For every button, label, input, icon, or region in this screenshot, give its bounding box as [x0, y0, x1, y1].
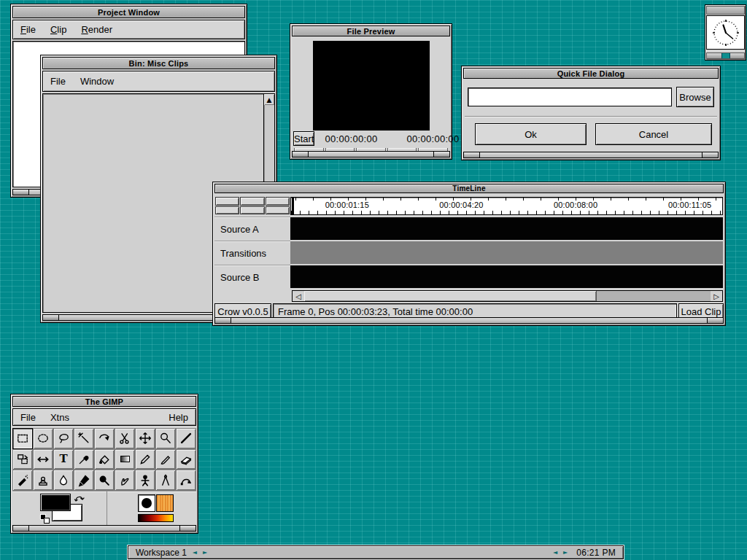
- move-tool[interactable]: [135, 428, 155, 449]
- timeline-button[interactable]: [240, 197, 264, 206]
- magnify-tool[interactable]: [155, 428, 176, 449]
- timeline-button[interactable]: [240, 206, 264, 215]
- timeline-button[interactable]: [266, 197, 290, 206]
- blend-tool[interactable]: [115, 449, 135, 470]
- dock-handle[interactable]: [721, 53, 730, 58]
- clock-titlebar[interactable]: [706, 6, 745, 15]
- timeline-horizontal-scrollbar[interactable]: ◁ ▷: [292, 290, 723, 302]
- clock-dockapp: [705, 4, 746, 61]
- eraser-tool[interactable]: [176, 449, 196, 470]
- flip-tool[interactable]: [33, 449, 53, 470]
- cancel-button[interactable]: Cancel: [595, 123, 712, 145]
- menu-file[interactable]: File: [43, 76, 73, 87]
- pattern-preview[interactable]: [156, 494, 174, 512]
- xinput-airbrush-tool[interactable]: [135, 470, 155, 491]
- convolve-tool[interactable]: [53, 470, 74, 491]
- scroll-left-icon[interactable]: ◁: [293, 291, 304, 301]
- bin-window-titlebar[interactable]: Bin: Misc Clips: [42, 57, 275, 69]
- foreground-color-swatch[interactable]: [40, 494, 71, 511]
- brush-preview[interactable]: [138, 494, 155, 512]
- file-preview-titlebar[interactable]: File Preview: [292, 26, 450, 36]
- file-path-input[interactable]: [468, 88, 672, 106]
- timeline-window: TimeLine 00:00:01:15 00:00:04:20 00:00:0…: [212, 182, 726, 326]
- file-preview-title: File Preview: [347, 27, 395, 36]
- clip-prev-icon[interactable]: ◄: [553, 549, 557, 556]
- resize-grip[interactable]: [292, 151, 450, 158]
- menu-file[interactable]: File: [13, 24, 43, 35]
- default-colors-icon[interactable]: [40, 514, 50, 524]
- text-tool[interactable]: T: [53, 449, 74, 470]
- rect-select-tool[interactable]: [12, 428, 33, 449]
- airbrush-tool[interactable]: [12, 470, 33, 491]
- ellipse-select-tool[interactable]: [33, 428, 53, 449]
- track-source-b[interactable]: [290, 265, 723, 288]
- transform-tool[interactable]: [12, 449, 33, 470]
- clock-bottom-bar: [706, 52, 745, 59]
- paintbrush-tool[interactable]: [155, 449, 176, 470]
- crop-tool[interactable]: [176, 428, 196, 449]
- bezier-select-tool[interactable]: [94, 428, 115, 449]
- color-picker-tool[interactable]: [74, 449, 94, 470]
- menu-file[interactable]: File: [13, 412, 43, 423]
- quick-file-dialog: Quick File Dialog Browse Ok Cancel: [461, 66, 721, 160]
- ok-button[interactable]: Ok: [475, 123, 587, 145]
- workspace-next-icon[interactable]: ►: [203, 549, 207, 556]
- free-select-tool[interactable]: [53, 428, 74, 449]
- gimp-title: The GIMP: [85, 397, 123, 406]
- scroll-right-icon[interactable]: ▷: [711, 291, 722, 301]
- resize-grip[interactable]: [214, 317, 724, 324]
- project-window-titlebar[interactable]: Project Window: [12, 6, 245, 18]
- timeline-button[interactable]: [215, 197, 239, 206]
- browse-button[interactable]: Browse: [676, 87, 714, 107]
- timeline-button[interactable]: [215, 206, 239, 215]
- timeline-button[interactable]: [266, 206, 290, 215]
- scroll-track[interactable]: [597, 291, 711, 301]
- ruler-label: 00:00:04:20: [439, 201, 483, 209]
- track-transitions[interactable]: [290, 241, 723, 264]
- scissors-tool[interactable]: [115, 428, 135, 449]
- path-tool[interactable]: [176, 470, 196, 491]
- start-button[interactable]: Start: [293, 131, 314, 146]
- gimp-titlebar[interactable]: The GIMP: [12, 396, 196, 407]
- clock-face: [706, 15, 745, 50]
- clip-next-icon[interactable]: ►: [563, 549, 568, 556]
- menu-render[interactable]: Render: [74, 24, 120, 35]
- track-label: Source A: [214, 217, 290, 241]
- bin-window-title: Bin: Misc Clips: [129, 59, 189, 68]
- measure-tool[interactable]: [155, 470, 176, 491]
- ruler-label: 00:00:11:05: [668, 201, 712, 209]
- menu-clip[interactable]: Clip: [43, 24, 74, 35]
- desktop: { "project_window": { "title": "Project …: [0, 0, 747, 560]
- workspace-prev-icon[interactable]: ◄: [193, 549, 197, 556]
- menu-xtns[interactable]: Xtns: [43, 412, 77, 423]
- smudge-tool[interactable]: [115, 470, 135, 491]
- swap-colors-icon[interactable]: [74, 493, 85, 503]
- bin-window-menubar: File Window: [42, 71, 275, 92]
- time-in: 00:00:00:00: [325, 133, 377, 144]
- brush-shape: [142, 498, 152, 508]
- bucket-fill-tool[interactable]: [94, 449, 115, 470]
- timeline-ruler[interactable]: 00:00:01:15 00:00:04:20 00:00:08:00 00:0…: [290, 197, 723, 215]
- dodge-burn-tool[interactable]: [94, 470, 115, 491]
- workspace-label: Workspace 1: [136, 548, 187, 558]
- quick-file-dialog-titlebar[interactable]: Quick File Dialog: [463, 68, 719, 79]
- scroll-up-icon[interactable]: ▲: [264, 94, 274, 105]
- resize-grip[interactable]: [12, 525, 196, 532]
- menu-window[interactable]: Window: [73, 76, 121, 87]
- track-row-source-a: Source A: [214, 217, 724, 241]
- pencil-tool[interactable]: [135, 449, 155, 470]
- track-row-source-b: Source B: [214, 265, 724, 289]
- clone-tool[interactable]: [33, 470, 53, 491]
- track-source-a[interactable]: [290, 217, 723, 240]
- menu-help[interactable]: Help: [161, 412, 196, 423]
- preview-controls: Start 00:00:00:00 00:00:00:00: [293, 131, 449, 147]
- project-window-menubar: File Clip Render: [12, 20, 245, 39]
- resize-grip[interactable]: [463, 152, 719, 158]
- scroll-thumb[interactable]: [304, 291, 597, 301]
- gradient-preview[interactable]: [138, 514, 174, 522]
- timeline-titlebar[interactable]: TimeLine: [214, 184, 724, 193]
- gimp-tool-grid: T: [12, 428, 196, 491]
- ink-tool[interactable]: [74, 470, 94, 491]
- fuzzy-select-tool[interactable]: [74, 428, 94, 449]
- gimp-toolbox-window: The GIMP File Xtns Help T: [10, 394, 198, 534]
